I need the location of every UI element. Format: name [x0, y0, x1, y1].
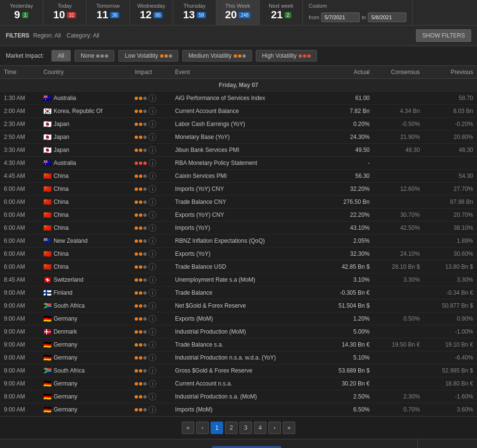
- impact-dots: [135, 291, 147, 295]
- info-icon[interactable]: i: [149, 250, 156, 258]
- cell-actual: 1.20%: [320, 312, 374, 325]
- cell-impact: i: [131, 390, 171, 403]
- cell-impact: i: [131, 222, 171, 235]
- info-icon[interactable]: i: [149, 315, 156, 323]
- cell-impact: i: [131, 299, 171, 312]
- info-icon[interactable]: i: [149, 276, 156, 284]
- country-name: Germany: [53, 315, 77, 322]
- mi-all-button[interactable]: All: [51, 50, 70, 62]
- info-icon[interactable]: i: [149, 224, 156, 232]
- cell-impact: i: [131, 351, 171, 364]
- info-icon[interactable]: i: [149, 172, 156, 180]
- custom-to-input[interactable]: [368, 12, 406, 22]
- impact-dot: [139, 278, 142, 282]
- cell-consensus: 0.50%: [374, 312, 424, 325]
- nav-today-num: 10: [53, 9, 65, 21]
- cell-actual: 7.82 Bn: [320, 105, 374, 118]
- impact-dot: [135, 291, 138, 295]
- page-first-button[interactable]: «: [182, 422, 194, 434]
- cell-impact: i: [131, 92, 171, 105]
- cell-event: RBA Monetary Policy Statement: [171, 157, 320, 170]
- impact-dot: [143, 343, 147, 347]
- info-icon[interactable]: i: [149, 185, 156, 193]
- info-icon[interactable]: i: [149, 367, 156, 374]
- mi-medium-dots: [234, 54, 246, 58]
- info-icon[interactable]: i: [149, 393, 156, 400]
- info-icon[interactable]: i: [149, 289, 156, 297]
- page-last-button[interactable]: »: [283, 422, 295, 434]
- nav-next-week[interactable]: Next week 21 2: [260, 0, 303, 25]
- info-icon[interactable]: i: [149, 341, 156, 348]
- impact-dot: [139, 97, 142, 100]
- mi-none-label: None: [81, 52, 95, 59]
- info-icon[interactable]: i: [149, 198, 156, 206]
- cell-time: 6:00 AM: [0, 248, 39, 261]
- cell-impact: i: [131, 286, 171, 299]
- nav-next-week-num: 21: [271, 9, 282, 21]
- cell-country: 🇩🇪 Germany: [39, 377, 131, 390]
- info-icon[interactable]: i: [149, 120, 156, 128]
- show-filters-button[interactable]: SHOW FILTERS: [416, 29, 471, 42]
- info-icon[interactable]: i: [149, 146, 156, 154]
- nav-today-label: Today: [58, 3, 72, 9]
- cell-country: 🇿🇦 South Africa: [39, 364, 131, 377]
- info-icon[interactable]: i: [149, 328, 156, 336]
- category-label: Category:: [67, 32, 92, 39]
- mi-low-button[interactable]: Low Volatility: [118, 50, 178, 62]
- footer-right[interactable]: ✉ Contact us: [418, 439, 477, 448]
- info-icon[interactable]: i: [149, 380, 156, 387]
- cell-country: 🇦🇺 Australia: [39, 92, 131, 105]
- page-1-button[interactable]: 1: [211, 422, 223, 434]
- nav-custom[interactable]: Custom from to: [303, 0, 413, 25]
- cell-consensus: -0.50%: [374, 118, 424, 131]
- page-prev-button[interactable]: ‹: [196, 422, 209, 434]
- nav-tomorrow[interactable]: Tomorrow 11 36: [87, 0, 130, 25]
- mi-none-button[interactable]: None: [75, 50, 115, 62]
- cell-event: Gross $Gold & Forex Reserve: [171, 364, 320, 377]
- country-name: Japan: [53, 121, 69, 127]
- info-icon[interactable]: i: [149, 94, 156, 102]
- info-icon[interactable]: i: [149, 237, 156, 245]
- cell-event: Industrial Production s.a. (MoM): [171, 390, 320, 403]
- nav-this-week[interactable]: This Week 20 248: [216, 0, 260, 25]
- cell-country: 🇨🇳 China: [39, 209, 131, 222]
- cell-impact: i: [131, 235, 171, 248]
- page-4-button[interactable]: 4: [254, 422, 266, 434]
- info-icon[interactable]: i: [149, 302, 156, 310]
- country-name: Japan: [53, 134, 69, 140]
- impact-dot: [139, 213, 142, 217]
- custom-from-input[interactable]: [321, 12, 360, 22]
- country-name: Germany: [53, 393, 77, 400]
- info-icon[interactable]: i: [149, 211, 156, 219]
- country-name: China: [53, 263, 68, 270]
- dot3: [105, 54, 108, 58]
- cell-event: Trade Balance: [171, 286, 320, 299]
- page-next-button[interactable]: ›: [268, 422, 281, 434]
- nav-wednesday[interactable]: Wednesday 12 66: [130, 0, 173, 25]
- page-3-button[interactable]: 3: [239, 422, 252, 434]
- info-icon[interactable]: i: [149, 263, 156, 271]
- info-icon[interactable]: i: [149, 133, 156, 141]
- feedback-button[interactable]: GIVE US FEEDBACK: [212, 446, 282, 448]
- mi-high-button[interactable]: High Volatility: [256, 50, 317, 62]
- impact-dots: [135, 226, 147, 230]
- page-2-button[interactable]: 2: [225, 422, 238, 434]
- cell-time: 6:00 AM: [0, 222, 39, 235]
- info-icon[interactable]: i: [149, 406, 156, 413]
- nav-today[interactable]: Today 10 32: [43, 0, 87, 25]
- country-flag: 🇿🇦: [43, 302, 51, 310]
- cell-previous: 50.877 Bn $: [424, 299, 477, 312]
- mi-medium-button[interactable]: Medium Volatility: [182, 50, 252, 62]
- info-icon[interactable]: i: [149, 107, 156, 115]
- impact-dot: [143, 317, 147, 321]
- info-icon[interactable]: i: [149, 159, 156, 167]
- impact-dot: [135, 408, 138, 411]
- cell-impact: i: [131, 261, 171, 274]
- info-icon[interactable]: i: [149, 354, 156, 361]
- nav-tomorrow-badge: 36: [110, 12, 119, 18]
- cell-consensus: 3.30%: [374, 274, 424, 286]
- dot1: [299, 54, 302, 58]
- nav-thursday[interactable]: Thursday 13 58: [173, 0, 216, 25]
- nav-yesterday[interactable]: Yesterday 9 1: [0, 0, 43, 25]
- cell-time: 9:00 AM: [0, 299, 39, 312]
